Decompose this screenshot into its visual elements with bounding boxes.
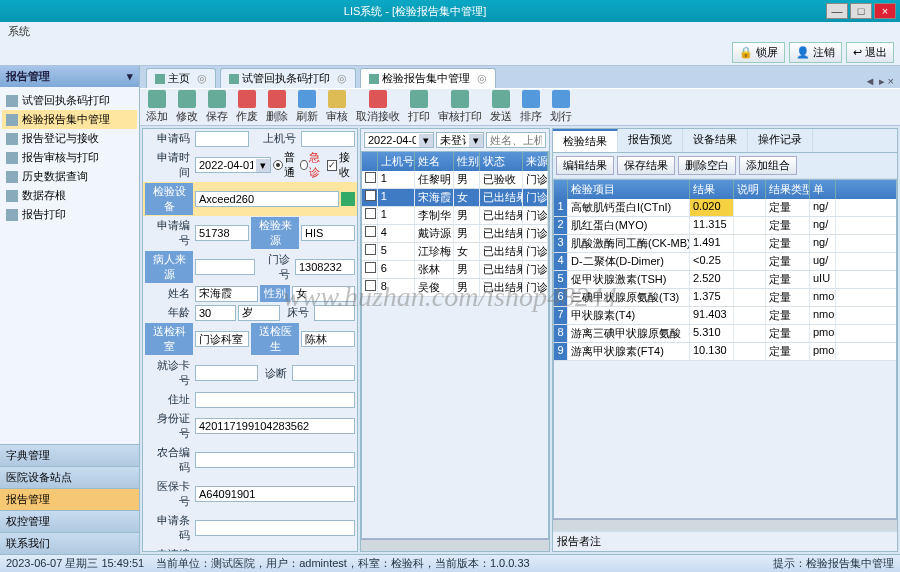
column-header[interactable]: 检验项目 xyxy=(568,180,690,199)
nav-item[interactable]: 数据存根 xyxy=(2,186,137,205)
column-header[interactable]: 状态 xyxy=(480,152,523,171)
radio-normal[interactable]: 普通 xyxy=(273,150,298,180)
name-input[interactable] xyxy=(195,286,258,302)
nav-item[interactable]: 历史数据查询 xyxy=(2,167,137,186)
close-button[interactable]: × xyxy=(874,3,896,19)
result-tab[interactable]: 检验结果 xyxy=(553,129,618,152)
result-action-button[interactable]: 保存结果 xyxy=(617,156,675,175)
table-row[interactable]: 7甲状腺素(T4)91.403定量nmo xyxy=(554,307,896,325)
patient-src-input[interactable] xyxy=(195,259,255,275)
toolbar-保存[interactable]: 保存 xyxy=(206,90,228,124)
table-row[interactable]: 4戴诗源男已出结果门诊 xyxy=(362,225,548,243)
visit-card-input[interactable] xyxy=(195,365,258,381)
column-header[interactable] xyxy=(362,152,378,171)
logout-button[interactable]: 👤注销 xyxy=(789,42,842,63)
column-header[interactable]: 结果 xyxy=(690,180,734,199)
filter-date-input[interactable] xyxy=(365,133,419,147)
age-unit-input[interactable] xyxy=(238,305,279,321)
apply-serial-input[interactable] xyxy=(195,225,249,241)
tab-close-icon[interactable]: ◎ xyxy=(337,72,347,85)
clinic-no-input[interactable] xyxy=(295,259,355,275)
column-header[interactable]: 结果类型 xyxy=(766,180,810,199)
sample-src-input[interactable] xyxy=(301,225,355,241)
row-checkbox[interactable] xyxy=(365,280,376,291)
table-row[interactable]: 5促甲状腺激素(TSH)2.520定量uIU xyxy=(554,271,896,289)
toolbar-审核打印[interactable]: 审核打印 xyxy=(438,90,482,124)
table-row[interactable]: 1高敏肌钙蛋白I(CTnI)0.020定量ng/ xyxy=(554,199,896,217)
bottom-nav-item[interactable]: 权控管理 xyxy=(0,510,139,532)
lock-button[interactable]: 🔒锁屏 xyxy=(732,42,785,63)
farmer-no-input[interactable] xyxy=(195,452,355,468)
toolbar-添加[interactable]: 添加 xyxy=(146,90,168,124)
result-tab[interactable]: 设备结果 xyxy=(683,129,748,152)
table-row[interactable]: 8吴俊男已出结果门诊 xyxy=(362,279,548,297)
row-checkbox[interactable] xyxy=(365,172,376,183)
exit-button[interactable]: ↩退出 xyxy=(846,42,894,63)
column-header[interactable]: 姓名 xyxy=(415,152,454,171)
addr-input[interactable] xyxy=(195,392,355,408)
calendar-icon[interactable]: ▾ xyxy=(256,159,270,172)
bed-input[interactable] xyxy=(314,305,355,321)
nav-item[interactable]: 报告打印 xyxy=(2,205,137,224)
table-row[interactable]: 6张林男已出结果门诊 xyxy=(362,261,548,279)
chevron-icon[interactable]: ▾ xyxy=(127,70,133,83)
upload-no-input[interactable] xyxy=(301,131,355,147)
tab-close-icon[interactable]: ◎ xyxy=(197,72,207,85)
table-row[interactable]: 1宋海霞女已出结果门诊 xyxy=(362,189,548,207)
apply-barcode-input[interactable] xyxy=(195,520,355,536)
bottom-nav-item[interactable]: 联系我们 xyxy=(0,532,139,554)
bottom-nav-item[interactable]: 字典管理 xyxy=(0,444,139,466)
result-action-button[interactable]: 添加组合 xyxy=(739,156,797,175)
table-row[interactable]: 1任黎明男已验收门诊 xyxy=(362,171,548,189)
result-action-button[interactable]: 删除空白 xyxy=(678,156,736,175)
column-header[interactable] xyxy=(554,180,568,199)
apply-code-input[interactable] xyxy=(195,131,249,147)
toolbar-发送[interactable]: 发送 xyxy=(490,90,512,124)
nav-item[interactable]: 检验报告集中管理 xyxy=(2,110,137,129)
table-row[interactable]: 9游离甲状腺素(FT4)10.130定量pmo xyxy=(554,343,896,361)
tab-close-icon[interactable]: ◎ xyxy=(477,72,487,85)
column-header[interactable]: 来源 xyxy=(523,152,548,171)
toolbar-取消接收[interactable]: 取消接收 xyxy=(356,90,400,124)
filter-state-select[interactable] xyxy=(437,133,469,147)
toolbar-划行[interactable]: 划行 xyxy=(550,90,572,124)
table-row[interactable]: 1李制华男已出结果门诊 xyxy=(362,207,548,225)
column-header[interactable]: 上机号 xyxy=(378,152,415,171)
row-checkbox[interactable] xyxy=(365,226,376,237)
toolbar-打印[interactable]: 打印 xyxy=(408,90,430,124)
table-row[interactable]: 6三碘甲状腺原氨酸(T3)1.375定量nmo xyxy=(554,289,896,307)
menu-system[interactable]: 系统 xyxy=(8,24,30,39)
tab[interactable]: 试管回执条码打印◎ xyxy=(220,68,356,88)
device-pick-icon[interactable] xyxy=(341,192,355,206)
table-row[interactable]: 5江珍梅女已出结果门诊 xyxy=(362,243,548,261)
diag-input[interactable] xyxy=(292,365,355,381)
result-action-button[interactable]: 编辑结果 xyxy=(556,156,614,175)
apply-time-input[interactable] xyxy=(196,158,256,172)
chk-receive[interactable] xyxy=(327,160,337,171)
tab[interactable]: 检验报告集中管理◎ xyxy=(360,68,496,88)
nav-item[interactable]: 报告登记与接收 xyxy=(2,129,137,148)
radio-emergency[interactable]: 急诊 xyxy=(300,150,325,180)
column-header[interactable]: 说明 xyxy=(734,180,766,199)
column-header[interactable]: 性别 xyxy=(454,152,479,171)
nav-item[interactable]: 试管回执条码打印 xyxy=(2,91,137,110)
row-checkbox[interactable] xyxy=(365,190,376,201)
result-tab[interactable]: 操作记录 xyxy=(748,129,813,152)
toolbar-审核[interactable]: 审核 xyxy=(326,90,348,124)
sex-input[interactable] xyxy=(292,286,355,302)
scrollbar[interactable] xyxy=(553,519,897,531)
idcard-input[interactable] xyxy=(195,418,355,434)
bottom-nav-item[interactable]: 医院设备站点 xyxy=(0,466,139,488)
filter-name-input[interactable] xyxy=(486,132,546,148)
table-row[interactable]: 4D-二聚体(D-Dimer)<0.25定量ug/ xyxy=(554,253,896,271)
table-row[interactable]: 3肌酸激酶同工酶(CK-MB)1.491定量ng/ xyxy=(554,235,896,253)
device-input[interactable] xyxy=(195,191,339,207)
toolbar-作废[interactable]: 作废 xyxy=(236,90,258,124)
toolbar-排序[interactable]: 排序 xyxy=(520,90,542,124)
table-row[interactable]: 2肌红蛋白(MYO)11.315定量ng/ xyxy=(554,217,896,235)
med-card-input[interactable] xyxy=(195,486,355,502)
column-header[interactable]: 单 xyxy=(810,180,836,199)
maximize-button[interactable]: □ xyxy=(850,3,872,19)
chevron-down-icon[interactable]: ▾ xyxy=(469,134,483,147)
send-doc-input[interactable] xyxy=(301,331,355,347)
